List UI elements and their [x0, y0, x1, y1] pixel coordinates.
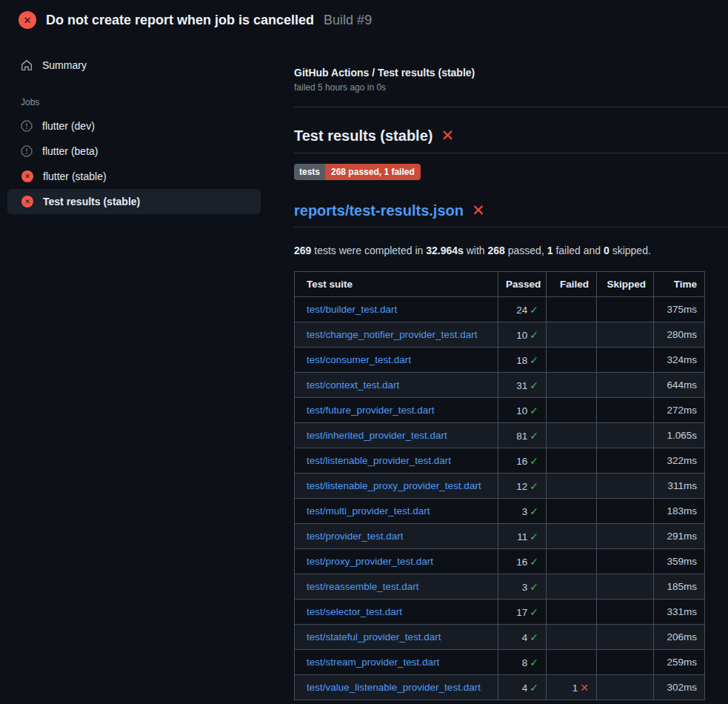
- cell-time: 185ms: [654, 574, 705, 600]
- job-item-label: flutter (beta): [42, 145, 98, 157]
- cell-passed: 3✓: [498, 574, 547, 600]
- test-summary-text: 269 tests were completed in 32.964s with…: [294, 245, 728, 256]
- cell-passed: 81✓: [498, 423, 547, 448]
- page-layout: Summary Jobs flutter (dev)flutter (beta)…: [0, 39, 728, 700]
- cell-time: 322ms: [654, 448, 705, 474]
- cell-test-suite: test/future_provider_test.dart: [295, 398, 498, 423]
- job-item-label: flutter (stable): [43, 170, 107, 182]
- sidebar-item-summary[interactable]: Summary: [7, 53, 261, 78]
- cell-time: 324ms: [654, 348, 705, 373]
- test-suite-link[interactable]: test/listenable_proxy_provider_test.dart: [307, 480, 481, 491]
- cell-passed: 4✓: [498, 625, 547, 650]
- cell-passed: 16✓: [498, 549, 547, 574]
- summary-segment: with: [464, 245, 488, 256]
- table-row: test/listenable_provider_test.dart16✓322…: [295, 448, 705, 474]
- test-suite-link[interactable]: test/context_test.dart: [307, 379, 399, 391]
- cell-test-suite: test/listenable_proxy_provider_test.dart: [295, 474, 498, 499]
- cell-failed: [547, 297, 597, 322]
- check-icon: ✓: [530, 606, 538, 618]
- test-suite-link[interactable]: test/future_provider_test.dart: [307, 405, 435, 416]
- cell-time: 272ms: [654, 398, 705, 423]
- cell-time: 375ms: [654, 297, 705, 322]
- cell-skipped: [597, 448, 654, 474]
- cell-test-suite: test/reassemble_test.dart: [295, 574, 498, 600]
- cell-failed: [547, 474, 597, 499]
- sidebar-job-item[interactable]: ✕Test results (stable): [7, 189, 261, 214]
- check-icon: ✓: [530, 531, 538, 542]
- jobs-list: flutter (dev)flutter (beta)✕flutter (sta…: [0, 113, 294, 214]
- table-row: test/provider_test.dart11✓291ms: [295, 524, 705, 549]
- cell-skipped: [597, 423, 654, 448]
- x-circle-fill-icon: ✕: [21, 170, 33, 182]
- cancelled-octagon-icon: [21, 120, 33, 132]
- test-suite-link[interactable]: test/provider_test.dart: [307, 531, 404, 542]
- x-icon: ✕: [580, 682, 589, 694]
- test-suite-link[interactable]: test/selector_test.dart: [307, 606, 402, 617]
- cell-failed: [547, 423, 597, 448]
- cell-skipped: [597, 600, 654, 625]
- table-row: test/proxy_provider_test.dart16✓359ms: [295, 549, 705, 574]
- cell-time: 291ms: [654, 524, 705, 549]
- failed-x-icon: ✕: [472, 202, 485, 219]
- test-suite-link[interactable]: test/builder_test.dart: [307, 304, 397, 315]
- cell-failed: [547, 600, 597, 625]
- cell-failed: [547, 499, 597, 524]
- check-icon: ✓: [530, 480, 538, 492]
- job-item-label: flutter (dev): [42, 120, 95, 132]
- test-suite-link[interactable]: test/stream_provider_test.dart: [307, 657, 439, 668]
- cell-test-suite: test/inherited_provider_test.dart: [295, 423, 498, 448]
- test-suite-link[interactable]: test/change_notifier_provider_test.dart: [307, 329, 477, 340]
- report-file-link[interactable]: reports/test-results.json: [294, 202, 464, 219]
- table-row: test/listenable_proxy_provider_test.dart…: [295, 474, 705, 499]
- build-number: Build #9: [324, 13, 372, 28]
- sidebar-job-item[interactable]: flutter (beta): [7, 139, 261, 164]
- cell-skipped: [597, 625, 654, 650]
- sidebar-job-item[interactable]: flutter (dev): [7, 113, 261, 139]
- cell-passed: 10✓: [498, 322, 547, 348]
- check-icon: ✓: [530, 405, 538, 416]
- summary-segment: 0: [604, 245, 610, 256]
- test-suite-link[interactable]: test/multi_provider_test.dart: [307, 505, 430, 517]
- test-suite-link[interactable]: test/consumer_test.dart: [307, 354, 411, 365]
- cell-test-suite: test/context_test.dart: [295, 373, 498, 398]
- cell-skipped: [597, 322, 654, 348]
- cell-test-suite: test/proxy_provider_test.dart: [295, 549, 498, 574]
- sidebar: Summary Jobs flutter (dev)flutter (beta)…: [0, 39, 294, 214]
- cell-skipped: [597, 398, 654, 423]
- report-heading-row: reports/test-results.json ✕: [294, 202, 728, 228]
- cell-time: 1.065s: [654, 423, 705, 448]
- sidebar-job-item[interactable]: ✕flutter (stable): [7, 164, 261, 189]
- cell-test-suite: test/listenable_provider_test.dart: [295, 448, 498, 474]
- cell-test-suite: test/stream_provider_test.dart: [295, 650, 498, 675]
- cell-time: 280ms: [654, 322, 705, 348]
- test-suite-link[interactable]: test/stateful_provider_test.dart: [307, 631, 441, 642]
- cell-failed: [547, 373, 597, 398]
- test-suite-link[interactable]: test/reassemble_test.dart: [307, 581, 419, 592]
- cell-skipped: [597, 373, 654, 398]
- x-circle-fill-icon: ✕: [21, 196, 33, 207]
- cell-time: 359ms: [654, 549, 705, 574]
- table-row: test/multi_provider_test.dart3✓183ms: [295, 499, 705, 524]
- test-suite-link[interactable]: test/inherited_provider_test.dart: [307, 430, 447, 441]
- cell-failed: [547, 650, 597, 675]
- cell-failed: [547, 574, 597, 600]
- check-icon: ✓: [530, 556, 538, 568]
- summary-segment: 1: [547, 245, 553, 256]
- test-suite-link[interactable]: test/value_listenable_provider_test.dart: [307, 682, 481, 693]
- cell-test-suite: test/multi_provider_test.dart: [295, 499, 498, 524]
- cell-failed: [547, 348, 597, 373]
- table-row: test/context_test.dart31✓644ms: [295, 373, 705, 398]
- cell-time: 259ms: [654, 650, 705, 675]
- cell-time: 311ms: [654, 474, 705, 499]
- column-header-passed: Passed: [498, 272, 547, 297]
- cell-time: 206ms: [654, 625, 705, 650]
- summary-segment: failed and: [553, 245, 604, 256]
- cell-passed: 10✓: [498, 398, 547, 423]
- cell-skipped: [597, 574, 654, 600]
- column-header-test-suite: Test suite: [295, 272, 498, 297]
- page-title: Do not create report when job is cancell…: [46, 13, 314, 28]
- test-suite-link[interactable]: test/listenable_provider_test.dart: [307, 455, 451, 466]
- cell-test-suite: test/change_notifier_provider_test.dart: [295, 322, 498, 348]
- summary-segment: tests were completed in: [311, 245, 426, 256]
- test-suite-link[interactable]: test/proxy_provider_test.dart: [307, 556, 433, 567]
